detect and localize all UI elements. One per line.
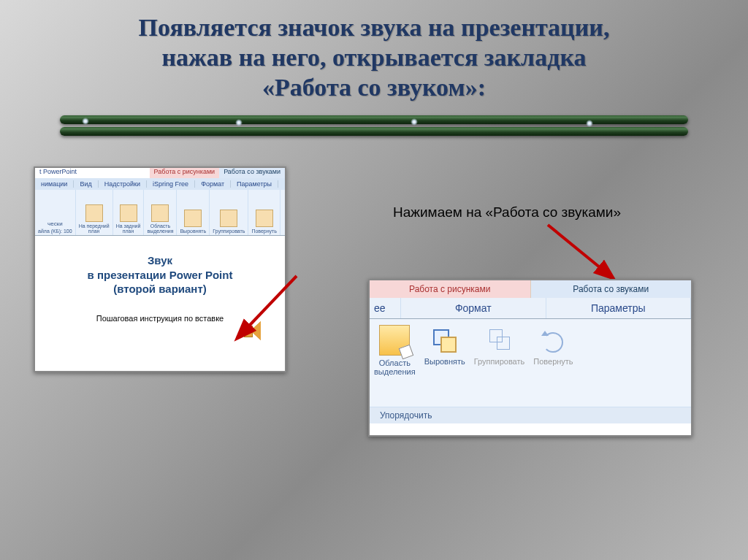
- tab-view[interactable]: Вид: [74, 180, 98, 188]
- group-icon: [485, 325, 514, 354]
- tab-format[interactable]: Формат: [195, 180, 231, 188]
- ribbon-groups: чески айла (КБ): 100 На передний план На…: [35, 190, 285, 236]
- align-icon: [430, 325, 459, 354]
- tab-params[interactable]: Параметры: [546, 298, 692, 318]
- svg-line-0: [238, 276, 297, 337]
- ribbon-tabs: нимации Вид Надстройки iSpring Free Форм…: [35, 178, 285, 190]
- svg-line-1: [548, 225, 612, 277]
- group-label: Упорядочить: [370, 407, 691, 423]
- tab-params[interactable]: Параметры: [231, 180, 278, 188]
- slide-title: Появляется значок звука на презентации, …: [0, 0, 748, 102]
- arrow-to-speaker-icon: [216, 272, 304, 359]
- tab-format[interactable]: Формат: [401, 298, 546, 318]
- context-tabs: Работа с рисунками Работа со звуками: [370, 280, 691, 298]
- tab-animation[interactable]: нимации: [35, 180, 74, 188]
- context-sounds[interactable]: Работа со звуками: [531, 280, 692, 298]
- tab-row: ee Формат Параметры: [370, 298, 691, 319]
- rotate-icon: [538, 325, 568, 354]
- title-line1: Появляется значок звука на презентации,: [139, 14, 610, 41]
- title-line3: «Работа со звуком»:: [262, 74, 486, 101]
- btn-rotate[interactable]: Повернуть: [248, 190, 280, 235]
- title-line2: нажав на него, открывается закладка: [162, 44, 587, 71]
- tab-ispring[interactable]: iSpring Free: [147, 180, 195, 188]
- title-row: t PowerPoint Работа с рисунками Работа с…: [35, 168, 285, 178]
- context-pictures[interactable]: Работа с рисунками: [370, 280, 531, 298]
- decorative-divider: [60, 115, 688, 136]
- grp-auto: чески айла (КБ): 100: [35, 190, 76, 235]
- btn-group[interactable]: Группировать: [210, 190, 248, 235]
- tab-addins[interactable]: Надстройки: [99, 180, 147, 188]
- btn-align[interactable]: Выровнять: [177, 190, 210, 235]
- btn-selection-pane[interactable]: Область выделения: [370, 319, 420, 407]
- callout-text: Нажимаем на «Работа со звуками»: [393, 204, 621, 220]
- tab-left-fragment[interactable]: ee: [370, 298, 401, 318]
- btn-group-big: Группировать: [470, 319, 530, 407]
- screenshot-ribbon-zoom: Работа с рисунками Работа со звуками ee …: [368, 279, 692, 437]
- btn-rotate-big: Повернуть: [529, 319, 577, 407]
- btn-align-big[interactable]: Выровнять: [420, 319, 470, 407]
- btn-selection[interactable]: Область выделения: [144, 190, 177, 235]
- btn-back[interactable]: На задний план: [113, 190, 145, 235]
- btn-front[interactable]: На передний план: [76, 190, 113, 235]
- selection-pane-icon: [379, 325, 410, 356]
- ribbon-big: Область выделения Выровнять Группировать…: [370, 319, 691, 407]
